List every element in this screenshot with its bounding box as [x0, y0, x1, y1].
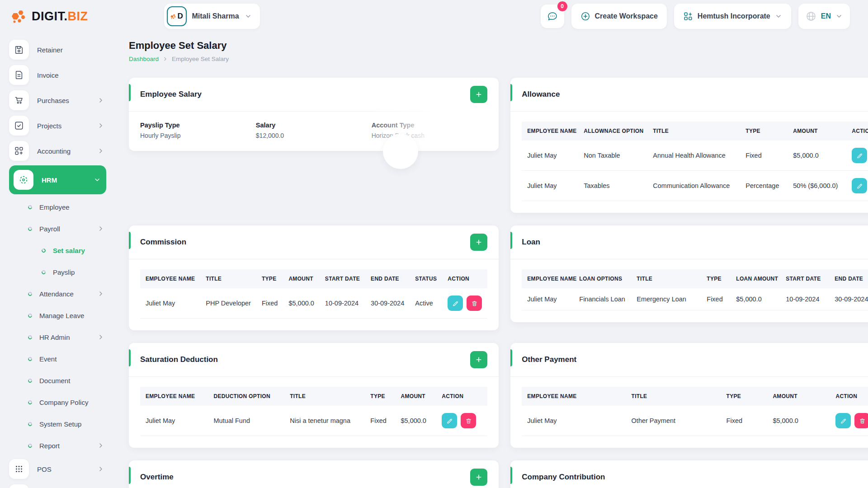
sidebar-item-document[interactable]: Document: [9, 370, 111, 391]
workspace-name: Hemtush Incorporate: [698, 12, 770, 20]
cart-icon: [9, 90, 29, 110]
sidebar-item-payroll[interactable]: Payroll: [9, 218, 111, 239]
user-avatar: D: [167, 6, 187, 26]
delete-button[interactable]: [854, 413, 868, 428]
submenu-dot-icon: [41, 269, 46, 275]
plus-icon: [475, 91, 482, 98]
language-selector[interactable]: EN: [798, 4, 850, 29]
breadcrumb-dashboard-link[interactable]: Dashboard: [129, 56, 159, 62]
messages-button[interactable]: 0: [541, 5, 564, 28]
overlap-squares-icon: [9, 484, 29, 488]
sidebar-item-event[interactable]: Event: [9, 348, 111, 370]
trash-icon: [465, 418, 472, 424]
allowance-table: EMPLOYEE NAME ALLOWNACE OPTION TITLE TYP…: [522, 122, 868, 201]
avatar-letter: D: [177, 12, 183, 21]
sidebar-item-set-salary[interactable]: Set salary: [9, 239, 111, 261]
chevron-right-icon: [97, 147, 104, 155]
card-allowance: Allowance EMPLOYEE NAME ALLOWNACE OPTION…: [510, 78, 868, 213]
trash-icon: [859, 418, 866, 424]
plus-icon: [475, 474, 482, 481]
floating-circle: [383, 134, 418, 169]
add-overtime-button[interactable]: [470, 469, 487, 486]
card-title: Saturation Deduction: [140, 355, 218, 364]
submenu-dot-icon: [27, 226, 33, 231]
other-payment-table: EMPLOYEE NAME TITLE TYPE AMOUNT ACTION J…: [522, 387, 868, 436]
page-title: Employee Set Salary: [129, 40, 868, 52]
sidebar-item-report[interactable]: Report: [9, 435, 111, 456]
table-row: Juliet May Mutual Fund Nisi a tenetur ma…: [140, 406, 487, 436]
chevron-right-icon: [97, 465, 104, 473]
sidebar-item-attendance[interactable]: Attendance: [9, 283, 111, 305]
card-title: Loan: [522, 238, 540, 247]
plus-circle-icon: [580, 11, 590, 21]
field-label: Account Type: [372, 122, 487, 129]
table-row: Juliet May Taxables Communication Allowa…: [522, 171, 868, 201]
create-workspace-button[interactable]: Create Workspace: [571, 4, 667, 29]
chevron-right-icon: [97, 225, 104, 232]
sidebar-item-projects[interactable]: Projects: [9, 113, 111, 138]
card-employee-salary: Employee Salary Payslip Type Hourly Pays…: [129, 78, 499, 151]
add-employee-salary-button[interactable]: [470, 86, 487, 103]
language-code: EN: [821, 12, 831, 20]
sidebar-item-invoice[interactable]: Invoice: [9, 62, 111, 88]
workspace-grid-icon: [683, 11, 693, 21]
workspace-selector[interactable]: Hemtush Incorporate: [674, 4, 791, 29]
delete-button[interactable]: [461, 413, 476, 428]
sidebar-item-crm[interactable]: CRM: [9, 482, 111, 488]
plus-icon: [475, 356, 482, 363]
chevron-right-icon: [97, 97, 104, 104]
delete-button[interactable]: [467, 296, 482, 311]
sidebar-item-hr-admin[interactable]: HR Admin: [9, 326, 111, 348]
pencil-icon: [452, 300, 459, 307]
sidebar-item-pos[interactable]: POS: [9, 456, 111, 482]
sidebar-item-manage-leave[interactable]: Manage Leave: [9, 305, 111, 326]
floppy-disk-icon: [9, 40, 29, 60]
sidebar-item-purchases[interactable]: Purchases: [9, 88, 111, 113]
card-title: Employee Salary: [140, 90, 202, 99]
trash-icon: [471, 300, 478, 307]
card-title: Company Contribution: [522, 473, 605, 482]
table-header-row: EMPLOYEE NAME TITLE TYPE AMOUNT START DA…: [140, 269, 487, 288]
field-value: $12,000.0: [256, 132, 372, 139]
main-content: Employee Set Salary Dashboard Employee S…: [111, 33, 868, 488]
document-icon: [9, 65, 29, 85]
add-saturation-deduction-button[interactable]: [470, 351, 487, 368]
add-commission-button[interactable]: [470, 234, 487, 251]
submenu-dot-icon: [27, 291, 33, 296]
chevron-right-icon: [97, 442, 104, 449]
card-company-contribution: Company Contribution: [510, 460, 868, 488]
pencil-icon: [840, 418, 847, 424]
table-header-row: EMPLOYEE NAME LOAN OPTIONS TITLE TYPE LO…: [522, 269, 868, 288]
avatar-hexagon-icon: [170, 13, 177, 20]
sidebar-item-system-setup[interactable]: System Setup: [9, 413, 111, 435]
user-menu[interactable]: D Mitali Sharma: [164, 4, 260, 29]
sidebar-item-company-policy[interactable]: Company Policy: [9, 391, 111, 413]
card-title: Allowance: [522, 90, 560, 99]
status-text: Active: [410, 288, 442, 319]
chevron-right-icon: [97, 122, 104, 129]
sidebar-item-employee[interactable]: Employee: [9, 196, 111, 218]
chevron-down-icon: [94, 176, 101, 183]
table-row: Juliet May Financials Loan Emergency Loa…: [522, 288, 868, 310]
card-saturation-deduction: Saturation Deduction EMPLOYEE NAME DEDUC…: [129, 343, 499, 448]
sidebar-item-accounting[interactable]: Accounting: [9, 138, 111, 164]
edit-button[interactable]: [442, 413, 457, 428]
plus-icon: [475, 239, 482, 246]
sidebar-item-hrm[interactable]: HRM: [9, 165, 106, 194]
commission-table: EMPLOYEE NAME TITLE TYPE AMOUNT START DA…: [140, 269, 487, 319]
submenu-dot-icon: [41, 248, 46, 253]
hrm-target-icon: [14, 170, 33, 190]
check-square-icon: [9, 116, 29, 136]
chevron-right-icon: [97, 333, 104, 341]
edit-button[interactable]: [852, 148, 867, 163]
breadcrumb-current: Employee Set Salary: [172, 56, 229, 62]
breadcrumb: Dashboard Employee Set Salary: [129, 56, 868, 62]
edit-button[interactable]: [835, 413, 851, 428]
edit-button[interactable]: [852, 178, 867, 193]
edit-button[interactable]: [448, 296, 463, 311]
submenu-dot-icon: [27, 313, 33, 318]
sidebar-item-retainer[interactable]: Retainer: [9, 37, 111, 62]
logo-text-dark: DIGIT.: [32, 9, 68, 23]
submenu-dot-icon: [27, 378, 33, 383]
sidebar-item-payslip[interactable]: Payslip: [9, 261, 111, 283]
